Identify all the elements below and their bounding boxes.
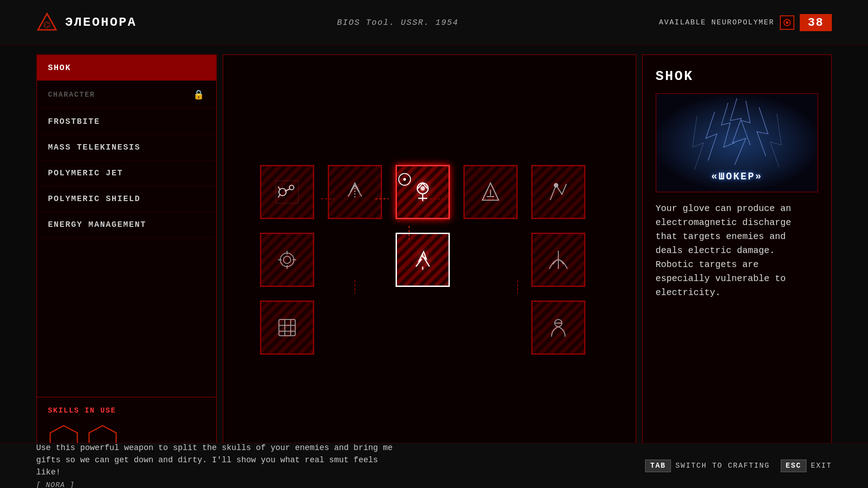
skill-detail-title: SHOK	[656, 69, 818, 84]
sidebar-item-energy-management[interactable]: ENERGY MANAGEMENT	[37, 212, 216, 238]
lock-icon: 🔒	[193, 89, 205, 100]
npc-speech: Use this powerful weapon to split the sk…	[36, 442, 398, 488]
exit-label: EXIT	[811, 462, 832, 470]
svg-point-29	[283, 256, 291, 263]
bottom-bar: Use this powerful weapon to split the sk…	[0, 443, 868, 488]
skill-node-r3c5[interactable]	[531, 300, 585, 355]
skill-node-r2c5[interactable]	[531, 233, 585, 287]
svg-line-17	[278, 187, 280, 190]
character-name: ЭЛЕОНОРА	[65, 15, 137, 29]
skill-icon-r2c5	[545, 246, 572, 273]
skill-icon-r2c1	[274, 246, 301, 273]
svg-line-18	[278, 194, 280, 197]
skill-icon-r1c5	[545, 178, 572, 206]
skill-icon-r1c1	[274, 178, 301, 206]
main-layout: SHOK CHARACTER 🔒 FROSTBITE MASS TELEKINE…	[0, 45, 868, 488]
skill-node-r1c3[interactable]	[396, 165, 450, 219]
sidebar-item-mass-telekinesis[interactable]: MASS TELEKINESIS	[37, 135, 216, 160]
svg-point-27	[554, 183, 558, 187]
sidebar-item-polymeric-shield[interactable]: POLYMERIC SHIELD	[37, 186, 216, 212]
skill-node-r3c4-empty	[463, 300, 518, 355]
skill-node-r2c3[interactable]	[396, 233, 450, 287]
skill-detail-image: «ШОКЕР»	[656, 93, 818, 192]
tree-wrapper	[260, 165, 599, 368]
neuropolymer-count: 38	[800, 14, 832, 31]
skill-node-r2c2-empty	[328, 233, 382, 287]
skill-label-overlay: «ШОКЕР»	[711, 171, 762, 183]
skills-in-use-label: SKILLS IN USE	[48, 407, 205, 415]
skill-node-r3c3-empty	[396, 300, 450, 355]
skill-icon-r1c3	[409, 178, 436, 206]
svg-text:⌬: ⌬	[43, 21, 51, 30]
svg-point-28	[280, 253, 294, 267]
esc-key: ESC	[781, 460, 807, 472]
top-bar: ⌬ ЭЛЕОНОРА BIOS Tool. USSR. 1954 AVAILAB…	[0, 0, 868, 45]
skill-tree-area	[222, 54, 637, 479]
sidebar: SHOK CHARACTER 🔒 FROSTBITE MASS TELEKINE…	[36, 54, 217, 479]
skill-node-r2c1[interactable]	[260, 233, 314, 287]
neuropolymer-label: AVAILABLE NEUROPOLYMER	[659, 19, 774, 27]
svg-rect-37	[279, 319, 295, 336]
exit-action[interactable]: ESC EXIT	[781, 460, 832, 472]
skill-node-r1c2[interactable]	[328, 165, 382, 219]
skill-node-r2c4-empty	[463, 233, 518, 287]
npc-name: [ NORA ]	[36, 481, 398, 488]
skill-icon-r1c4	[477, 178, 504, 206]
skill-detail-description: Your glove can produce an electromagneti…	[656, 202, 818, 300]
tab-key: TAB	[645, 460, 671, 472]
neuropolymer-section: AVAILABLE NEUROPOLYMER 38	[659, 14, 832, 31]
sidebar-menu: SHOK CHARACTER 🔒 FROSTBITE MASS TELEKINE…	[37, 55, 216, 397]
skill-icon-r3c1	[274, 314, 301, 341]
neuropolymer-icon	[780, 15, 794, 30]
svg-point-3	[786, 21, 788, 24]
skill-icon-r2c3	[409, 246, 436, 273]
skill-node-r1c4[interactable]	[463, 165, 518, 219]
subtitle: BIOS Tool. USSR. 1954	[337, 18, 459, 27]
skill-node-r3c2-empty	[328, 300, 382, 355]
skill-icon-r3c5	[545, 314, 572, 341]
skill-icon-r1c2	[341, 178, 368, 206]
sidebar-item-shok[interactable]: SHOK	[37, 55, 216, 81]
bottom-actions: TAB SWITCH TO CRAFTING ESC EXIT	[645, 460, 832, 472]
logo-icon: ⌬	[36, 12, 58, 33]
crafting-label: SWITCH TO CRAFTING	[675, 462, 770, 470]
sidebar-item-frostbite[interactable]: FROSTBITE	[37, 109, 216, 135]
skill-grid	[260, 165, 599, 368]
crafting-action[interactable]: TAB SWITCH TO CRAFTING	[645, 460, 770, 472]
sidebar-item-polymeric-jet[interactable]: POLYMERIC JET	[37, 160, 216, 186]
npc-text: Use this powerful weapon to split the sk…	[36, 442, 398, 479]
right-panel: SHOK	[642, 54, 832, 479]
sidebar-item-character: CHARACTER 🔒	[37, 81, 216, 109]
skill-node-r3c1[interactable]	[260, 300, 314, 355]
skill-node-r1c1[interactable]	[260, 165, 314, 219]
skill-node-r1c5[interactable]	[531, 165, 585, 219]
svg-point-23	[420, 186, 425, 191]
top-bar-left: ⌬ ЭЛЕОНОРА	[36, 12, 137, 33]
